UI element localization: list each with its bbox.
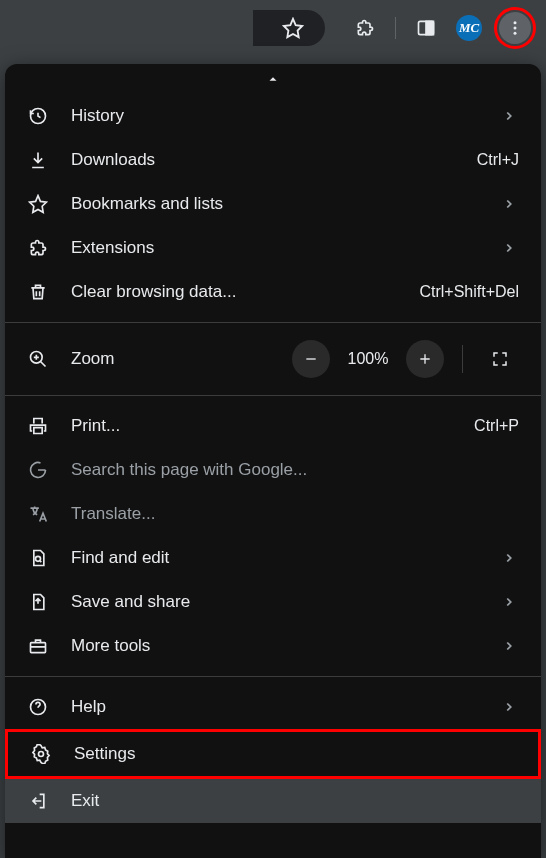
download-icon <box>27 149 49 171</box>
menu-scroll-up[interactable] <box>5 64 541 94</box>
menu-item-exit[interactable]: Exit <box>5 779 541 823</box>
menu-item-label: Print... <box>71 416 452 436</box>
bookmark-star-icon[interactable] <box>275 10 311 46</box>
menu-item-history[interactable]: History <box>5 94 541 138</box>
browser-toolbar: MC <box>0 0 546 56</box>
menu-shortcut: Ctrl+Shift+Del <box>419 283 519 301</box>
menu-item-label: Clear browsing data... <box>71 282 397 302</box>
menu-divider <box>5 676 541 677</box>
menu-item-label: Extensions <box>71 238 477 258</box>
help-icon <box>27 696 49 718</box>
zoom-out-button[interactable] <box>292 340 330 378</box>
chevron-right-icon <box>499 595 519 609</box>
menu-divider <box>5 322 541 323</box>
menu-item-help[interactable]: Help <box>5 685 541 729</box>
menu-item-label: Help <box>71 697 477 717</box>
zoom-separator <box>462 345 463 373</box>
menu-item-zoom: Zoom 100% <box>5 331 541 387</box>
chrome-menu: History Downloads Ctrl+J Bookmarks and l… <box>5 64 541 858</box>
menu-item-extensions[interactable]: Extensions <box>5 226 541 270</box>
zoom-label: Zoom <box>71 349 270 369</box>
svg-point-2 <box>514 21 517 24</box>
menu-item-label: Search this page with Google... <box>71 460 519 480</box>
menu-shortcut: Ctrl+J <box>477 151 519 169</box>
find-in-page-icon <box>27 547 49 569</box>
chevron-right-icon <box>499 551 519 565</box>
menu-item-label: Bookmarks and lists <box>71 194 477 214</box>
menu-item-label: Find and edit <box>71 548 477 568</box>
menu-item-search-page: Search this page with Google... <box>5 448 541 492</box>
menu-shortcut: Ctrl+P <box>474 417 519 435</box>
profile-avatar[interactable]: MC <box>456 15 482 41</box>
menu-item-find-edit[interactable]: Find and edit <box>5 536 541 580</box>
print-icon <box>27 415 49 437</box>
fullscreen-icon <box>491 350 509 368</box>
exit-icon <box>27 790 49 812</box>
briefcase-icon <box>27 635 49 657</box>
menu-item-translate: Translate... <box>5 492 541 536</box>
menu-item-label: Downloads <box>71 150 455 170</box>
star-icon <box>27 193 49 215</box>
translate-icon <box>27 503 49 525</box>
menu-item-print[interactable]: Print... Ctrl+P <box>5 404 541 448</box>
chevron-right-icon <box>499 700 519 714</box>
google-icon <box>27 459 49 481</box>
menu-item-settings[interactable]: Settings <box>8 732 538 776</box>
menu-item-label: More tools <box>71 636 477 656</box>
plus-icon <box>417 351 433 367</box>
menu-item-label: History <box>71 106 477 126</box>
chevron-right-icon <box>499 109 519 123</box>
zoom-value: 100% <box>340 350 396 368</box>
menu-item-label: Settings <box>74 744 516 764</box>
menu-item-bookmarks[interactable]: Bookmarks and lists <box>5 182 541 226</box>
svg-rect-7 <box>31 643 46 653</box>
puzzle-icon <box>27 237 49 259</box>
menu-item-label: Exit <box>71 791 519 811</box>
settings-highlight: Settings <box>5 729 541 779</box>
menu-item-label: Save and share <box>71 592 477 612</box>
menu-divider <box>5 395 541 396</box>
svg-point-4 <box>514 32 517 35</box>
save-share-icon <box>27 591 49 613</box>
menu-item-more-tools[interactable]: More tools <box>5 624 541 668</box>
trash-icon <box>27 281 49 303</box>
fullscreen-button[interactable] <box>481 340 519 378</box>
minus-icon <box>303 351 319 367</box>
svg-rect-1 <box>426 21 434 34</box>
side-panel-icon[interactable] <box>408 10 444 46</box>
toolbar-separator <box>395 17 396 39</box>
zoom-in-button[interactable] <box>406 340 444 378</box>
menu-item-label: Translate... <box>71 504 519 524</box>
menu-item-downloads[interactable]: Downloads Ctrl+J <box>5 138 541 182</box>
svg-point-9 <box>39 752 44 757</box>
chevron-right-icon <box>499 639 519 653</box>
kebab-menu-button[interactable] <box>499 12 531 44</box>
kebab-menu-highlight <box>494 7 536 49</box>
chevron-up-icon <box>266 72 280 86</box>
extensions-puzzle-icon[interactable] <box>347 10 383 46</box>
chevron-right-icon <box>499 241 519 255</box>
chevron-right-icon <box>499 197 519 211</box>
menu-item-clear-data[interactable]: Clear browsing data... Ctrl+Shift+Del <box>5 270 541 314</box>
svg-point-3 <box>514 27 517 30</box>
history-icon <box>27 105 49 127</box>
zoom-icon <box>27 348 49 370</box>
more-vertical-icon <box>506 19 524 37</box>
omnibox-end-cap <box>253 10 325 46</box>
zoom-controls: 100% <box>292 340 519 378</box>
gear-icon <box>30 743 52 765</box>
menu-item-save-share[interactable]: Save and share <box>5 580 541 624</box>
